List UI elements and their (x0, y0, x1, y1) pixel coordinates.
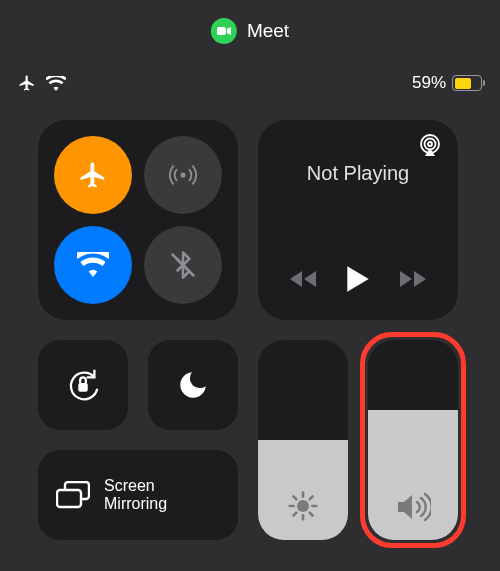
svg-point-1 (180, 172, 185, 177)
brightness-slider[interactable] (258, 340, 348, 540)
wifi-status-icon (46, 76, 66, 91)
volume-icon (395, 492, 431, 522)
app-indicator-pill[interactable]: Meet (211, 18, 289, 44)
media-controls-tile[interactable]: Not Playing (258, 120, 458, 320)
do-not-disturb-toggle[interactable] (148, 340, 238, 430)
cellular-data-toggle[interactable] (144, 136, 222, 214)
wifi-toggle[interactable] (54, 226, 132, 304)
screen-mirroring-icon (56, 481, 90, 509)
svg-rect-0 (217, 27, 226, 35)
rewind-button[interactable] (290, 269, 318, 289)
media-title: Not Playing (278, 162, 438, 185)
battery-percentage: 59% (412, 73, 446, 93)
connectivity-group[interactable] (38, 120, 238, 320)
svg-line-14 (294, 497, 297, 500)
bluetooth-toggle[interactable] (144, 226, 222, 304)
screen-mirroring-button[interactable]: Screen Mirroring (38, 450, 238, 540)
forward-button[interactable] (398, 269, 426, 289)
svg-point-9 (297, 500, 309, 512)
brightness-icon (287, 490, 319, 522)
volume-slider[interactable] (368, 340, 458, 540)
svg-point-5 (428, 142, 432, 146)
airplane-mode-icon (18, 74, 36, 92)
airplay-icon[interactable] (418, 134, 442, 156)
svg-rect-8 (57, 490, 81, 507)
svg-rect-6 (78, 383, 88, 392)
play-button[interactable] (345, 264, 371, 294)
app-indicator-label: Meet (247, 20, 289, 42)
svg-line-16 (294, 513, 297, 516)
battery-icon (452, 75, 482, 91)
svg-line-15 (310, 513, 313, 516)
svg-line-17 (310, 497, 313, 500)
orientation-lock-toggle[interactable] (38, 340, 128, 430)
svg-point-4 (425, 139, 436, 150)
camera-active-dot (211, 18, 237, 44)
status-bar: 59% (0, 68, 500, 98)
screen-mirroring-label: Screen Mirroring (104, 477, 220, 514)
airplane-mode-toggle[interactable] (54, 136, 132, 214)
